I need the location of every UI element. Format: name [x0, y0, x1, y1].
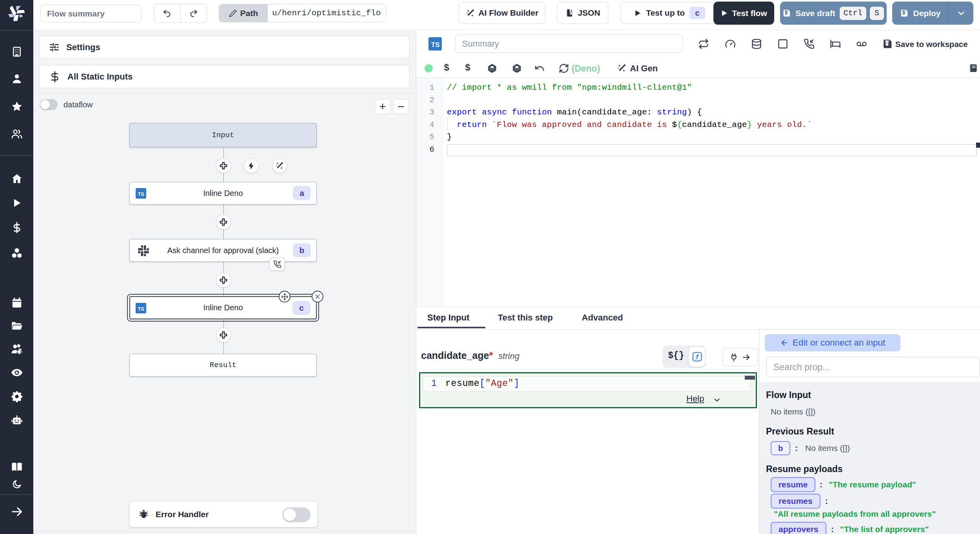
- svg-text:TS: TS: [431, 41, 440, 49]
- svg-text:TS: TS: [138, 306, 144, 312]
- svg-text:TS: TS: [138, 192, 144, 197]
